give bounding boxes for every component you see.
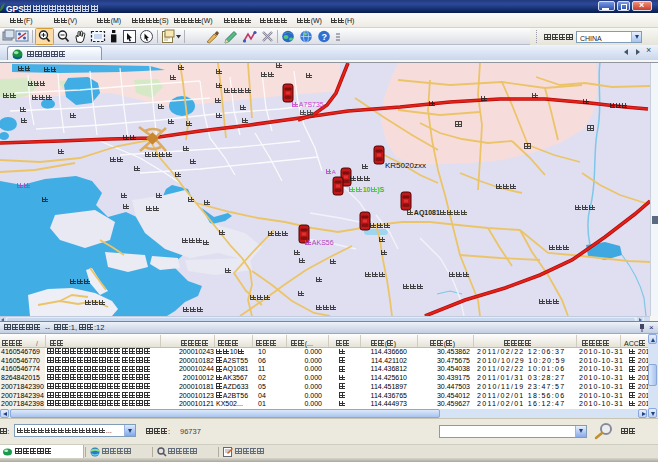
svg-text:?: ? (322, 32, 328, 42)
